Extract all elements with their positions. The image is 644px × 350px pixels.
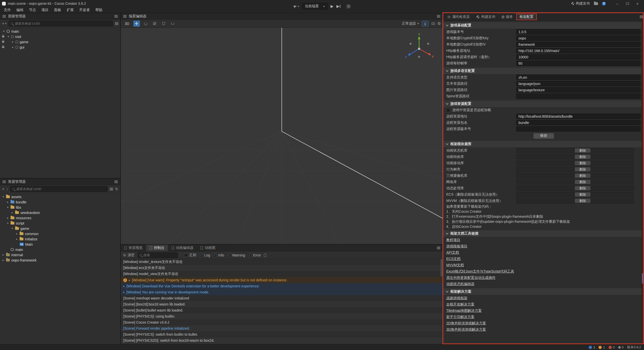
section-framework-solutions[interactable]: 框架解决方案 [443,288,644,295]
log-row[interactable]: [Window] ecs文件夹不存在 [121,265,443,271]
delete-button[interactable]: 删除 [575,173,590,178]
assets-menu-icon[interactable] [114,182,118,182]
scale-tool-button[interactable] [151,21,158,27]
log-row[interactable]: [Scene] [PHYSICS]: using builtin. [121,313,443,319]
tree-row[interactable]: ▸internal [0,252,120,257]
menu-extension[interactable]: 扩展 [64,7,76,13]
expand-arrow-icon[interactable]: ▸ [12,46,14,49]
view-mode-dropdown[interactable]: 正常追踪▾ [402,21,419,26]
section-game-basic-config[interactable]: 游戏基础配置 [443,22,644,29]
tree-row[interactable]: ▾libs [0,205,120,210]
tab-console[interactable]: 控制台 [146,245,168,251]
tab-property-inspector[interactable]: 属性检查器 [444,13,473,21]
build-publish-button[interactable]: 构建发布 [571,1,590,6]
remote-version-input[interactable] [516,126,640,132]
tree-row[interactable]: ▸bundle [0,199,120,205]
expand-arrow-icon[interactable]: ▸ [11,211,14,214]
texture-path-input[interactable] [516,87,640,93]
close-button[interactable]: × [632,0,642,7]
filter-info-checkbox[interactable]: ✓Info [213,253,224,257]
delete-button[interactable]: 删除 [575,161,590,165]
minimize-button[interactable]: – [612,0,622,7]
play-button[interactable]: ▶ [331,4,334,9]
rect-tool-button[interactable] [160,21,167,27]
log-row[interactable]: [Window] model_view文件夹不存在 [121,271,443,277]
mode-3d-button[interactable]: 3D [123,21,131,26]
task-count[interactable]: 0 [618,345,624,349]
section-game-resource-config[interactable]: 游戏资源配置 [443,101,644,107]
inspector-menu-icon[interactable] [640,17,643,17]
expand-arrow-icon[interactable]: ▸ [123,285,125,288]
expand-arrow-icon[interactable]: ▸ [7,216,9,220]
tab-service[interactable]: 服务 [499,13,516,21]
wrap-lines-icon[interactable] [264,254,266,257]
create-asset-button[interactable]: + [2,187,4,191]
axis-gizmo[interactable]: Y X Z [404,33,434,61]
checkbox-icon[interactable] [446,108,450,112]
layout-grid-icon[interactable] [347,5,350,8]
delete-button[interactable]: 删除 [575,199,590,203]
info-count[interactable]: 3 [589,345,595,349]
expand-arrow-icon[interactable]: ▾ [7,206,9,209]
tree-row[interactable]: ▸main [0,247,120,252]
tree-row[interactable]: ▾ root [0,34,120,39]
tree-row[interactable]: ▸TSMain [0,242,120,247]
log-row-info[interactable]: [Scene] Forward render pipeline initiali… [121,325,443,331]
error-count[interactable]: 0 [609,345,615,349]
console-scrollbar[interactable] [440,259,442,277]
log-row[interactable]: [Scene] [PHYSICS]: switch from builtin t… [121,331,443,337]
log-row-info[interactable]: ▸[Window] Download the Vue Devtools exte… [121,283,443,289]
filter-icon[interactable] [115,23,118,24]
filter-error-checkbox[interactable]: ✓Error [248,253,261,257]
expand-arrow-icon[interactable]: ▾ [7,222,9,225]
expand-arrow-icon[interactable]: ▸ [12,40,14,43]
link-template-project[interactable]: 游戏模板项目 [443,243,644,249]
link-mvvm-docs[interactable]: MVVM文档 [443,262,644,268]
language-types-input[interactable] [516,75,640,80]
log-row[interactable]: [Scene] Cocos Creator v3.8.2 [121,319,443,325]
lock-icon[interactable] [2,41,4,43]
delete-button[interactable]: 删除 [575,186,590,190]
tab-build-publish[interactable]: 构建发布 [473,13,499,21]
link-hotupdate-plugin[interactable]: 原生包热更新配置自动生成插件 [443,275,644,281]
delete-button[interactable]: 删除 [575,148,590,153]
anchor-tool-button[interactable] [170,21,176,27]
tree-row[interactable]: ▸ game [0,39,120,45]
link-tutorial-project[interactable]: 教程项目 [443,237,644,243]
move-tool-button[interactable] [133,21,140,27]
expand-arrow-icon[interactable]: ▸ [2,258,5,262]
lock-icon[interactable] [2,46,4,48]
menu-panel[interactable]: 面板 [51,7,64,13]
help-icon[interactable]: ? [602,2,606,6]
crypto-iv-input[interactable] [516,42,640,47]
remote-load-checkbox-row[interactable]: 游戏中资源是否远程加载 [443,107,644,113]
expand-arrow-icon[interactable]: ▾ [3,30,5,33]
expand-arrow-icon[interactable]: ▸ [7,200,9,204]
link-ecs-docs[interactable]: ECS文档 [443,256,644,262]
console-log-list[interactable]: [Window] render_texture文件夹不存在 [Window] e… [121,259,443,344]
filter-icon[interactable] [110,189,113,189]
filter-warning-checkbox[interactable]: ✓Warning [227,253,245,257]
clear-console-button[interactable]: 清空 [123,253,135,257]
filter-log-checkbox[interactable]: ✓Log [199,253,210,257]
log-row[interactable]: [Scene] [bullet]:bullet wasm lib loaded. [121,307,443,313]
log-row[interactable]: [Window] render_texture文件夹不存在 [121,259,443,265]
log-row-info[interactable]: ▸[Window] You are running Vue in develop… [121,289,443,295]
link-2drpg-solution[interactable]: 2D角色扮演游戏解决方案 [443,320,644,326]
log-row[interactable]: [Scene] [box2d]:box2d wasm lib loaded. [121,301,443,307]
menu-help[interactable]: 帮助 [93,7,105,13]
delete-button[interactable]: 删除 [575,167,590,171]
http-server-input[interactable] [516,48,640,53]
tree-row[interactable]: ▸oops-framework [0,257,120,263]
tree-row[interactable]: ▸initialize [0,236,120,242]
log-row[interactable]: [Scene] meshopt wasm decoder initialized [121,295,443,301]
tree-row[interactable]: ▸resources [0,215,120,221]
scrollbar-thumb[interactable] [642,273,644,284]
expand-arrow-icon[interactable]: ▸ [16,237,18,241]
tree-row[interactable]: ▾script [0,221,120,226]
tab-animation-graph[interactable]: 动画图 [197,245,219,251]
link-slg-framework[interactable]: 战旗游戏框架 [443,295,644,301]
inspector-scrollbar[interactable] [642,21,644,344]
hierarchy-menu-icon[interactable] [114,16,118,17]
light-toggle-button[interactable] [422,21,428,26]
